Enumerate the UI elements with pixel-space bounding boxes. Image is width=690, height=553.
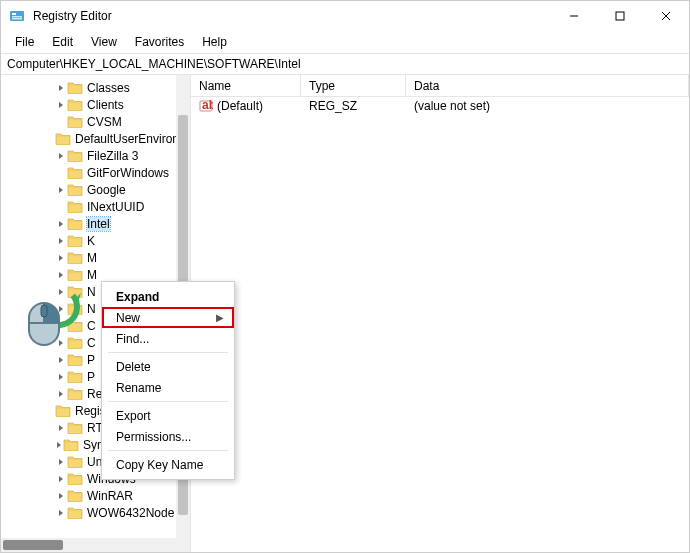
column-header-type[interactable]: Type xyxy=(301,75,406,96)
expand-caret-icon[interactable] xyxy=(55,288,67,296)
expand-caret-icon[interactable] xyxy=(55,186,67,194)
expand-caret-icon[interactable] xyxy=(55,509,67,517)
folder-icon xyxy=(67,455,83,468)
scrollbar-thumb[interactable] xyxy=(3,540,63,550)
context-expand[interactable]: Expand xyxy=(102,286,234,307)
tree-node-label: Intel xyxy=(87,217,110,231)
menu-help[interactable]: Help xyxy=(194,33,235,51)
svg-marker-19 xyxy=(59,340,63,346)
folder-icon xyxy=(67,251,83,264)
expand-caret-icon[interactable] xyxy=(55,458,67,466)
expand-caret-icon[interactable] xyxy=(55,322,67,330)
svg-marker-14 xyxy=(59,255,63,261)
tree-node[interactable]: WOW6432Node xyxy=(5,504,190,521)
expand-caret-icon[interactable] xyxy=(55,84,67,92)
context-menu: Expand New ▶ Find... Delete Rename Expor… xyxy=(101,281,235,480)
svg-marker-9 xyxy=(59,102,63,108)
expand-caret-icon[interactable] xyxy=(55,373,67,381)
column-header-data[interactable]: Data xyxy=(406,75,689,96)
expand-caret-icon[interactable] xyxy=(55,424,67,432)
svg-marker-13 xyxy=(59,238,63,244)
value-row[interactable]: ab (Default) REG_SZ (value not set) xyxy=(191,97,689,115)
expand-caret-icon[interactable] xyxy=(55,475,67,483)
svg-marker-17 xyxy=(59,306,63,312)
tree-node[interactable]: K xyxy=(5,232,190,249)
address-bar[interactable]: Computer\HKEY_LOCAL_MACHINE\SOFTWARE\Int… xyxy=(1,53,689,75)
expand-caret-icon[interactable] xyxy=(55,101,67,109)
value-data: (value not set) xyxy=(406,99,689,113)
folder-icon xyxy=(67,149,83,162)
expand-caret-icon[interactable] xyxy=(55,152,67,160)
values-list-header: Name Type Data xyxy=(191,75,689,97)
tree-node-label: K xyxy=(87,234,95,248)
tree-horizontal-scrollbar[interactable] xyxy=(1,538,177,552)
menu-edit[interactable]: Edit xyxy=(44,33,81,51)
tree-node-label: Google xyxy=(87,183,126,197)
maximize-button[interactable] xyxy=(597,1,643,31)
expand-caret-icon[interactable] xyxy=(55,441,63,449)
context-separator xyxy=(108,401,228,402)
folder-icon xyxy=(67,268,83,281)
tree-node[interactable]: WinRAR xyxy=(5,487,190,504)
context-new-label: New xyxy=(116,311,140,325)
folder-icon xyxy=(67,336,83,349)
folder-icon xyxy=(67,166,83,179)
registry-editor-window: Registry Editor File Edit View Favorites… xyxy=(0,0,690,553)
context-find[interactable]: Find... xyxy=(102,328,234,349)
expand-caret-icon[interactable] xyxy=(55,305,67,313)
expand-caret-icon[interactable] xyxy=(55,237,67,245)
tree-node[interactable]: CVSM xyxy=(5,113,190,130)
svg-marker-28 xyxy=(59,510,63,516)
context-rename[interactable]: Rename xyxy=(102,377,234,398)
values-list-pane: Name Type Data ab (Default) REG_SZ (valu… xyxy=(191,75,689,552)
svg-marker-8 xyxy=(59,85,63,91)
context-delete[interactable]: Delete xyxy=(102,356,234,377)
column-header-name[interactable]: Name xyxy=(191,75,301,96)
tree-node[interactable]: GitForWindows xyxy=(5,164,190,181)
tree-node[interactable]: Clients xyxy=(5,96,190,113)
folder-icon xyxy=(67,506,83,519)
tree-node[interactable]: M xyxy=(5,249,190,266)
expand-caret-icon[interactable] xyxy=(55,492,67,500)
tree-node-label: N xyxy=(87,302,96,316)
close-button[interactable] xyxy=(643,1,689,31)
tree-node-label: GitForWindows xyxy=(87,166,169,180)
tree-node-label: N xyxy=(87,285,96,299)
menu-file[interactable]: File xyxy=(7,33,42,51)
svg-marker-20 xyxy=(59,357,63,363)
tree-node[interactable]: Google xyxy=(5,181,190,198)
tree-node-label: CVSM xyxy=(87,115,122,129)
expand-caret-icon[interactable] xyxy=(55,339,67,347)
tree-node[interactable]: Intel xyxy=(5,215,190,232)
tree-node[interactable]: DefaultUserEnvironment xyxy=(5,130,190,147)
menu-view[interactable]: View xyxy=(83,33,125,51)
folder-icon xyxy=(67,472,83,485)
folder-icon xyxy=(67,387,83,400)
main-area: ClassesClientsCVSMDefaultUserEnvironment… xyxy=(1,75,689,552)
tree-node[interactable]: FileZilla 3 xyxy=(5,147,190,164)
context-permissions[interactable]: Permissions... xyxy=(102,426,234,447)
tree-node[interactable]: INextUUID xyxy=(5,198,190,215)
tree-node[interactable]: Classes xyxy=(5,79,190,96)
context-copy-key-name[interactable]: Copy Key Name xyxy=(102,454,234,475)
svg-marker-15 xyxy=(59,272,63,278)
folder-icon xyxy=(67,370,83,383)
expand-caret-icon[interactable] xyxy=(55,271,67,279)
tree-node-label: P xyxy=(87,353,95,367)
context-separator xyxy=(108,352,228,353)
context-new[interactable]: New ▶ xyxy=(102,307,234,328)
context-export[interactable]: Export xyxy=(102,405,234,426)
tree-node-label: P xyxy=(87,370,95,384)
menu-favorites[interactable]: Favorites xyxy=(127,33,192,51)
minimize-button[interactable] xyxy=(551,1,597,31)
tree-node-label: M xyxy=(87,268,97,282)
svg-rect-3 xyxy=(12,18,22,20)
expand-caret-icon[interactable] xyxy=(55,356,67,364)
expand-caret-icon[interactable] xyxy=(55,220,67,228)
address-path: Computer\HKEY_LOCAL_MACHINE\SOFTWARE\Int… xyxy=(7,57,301,71)
expand-caret-icon[interactable] xyxy=(55,254,67,262)
expand-caret-icon[interactable] xyxy=(55,390,67,398)
folder-icon xyxy=(67,81,83,94)
tree-node-label: C xyxy=(87,319,96,333)
svg-marker-22 xyxy=(59,391,63,397)
